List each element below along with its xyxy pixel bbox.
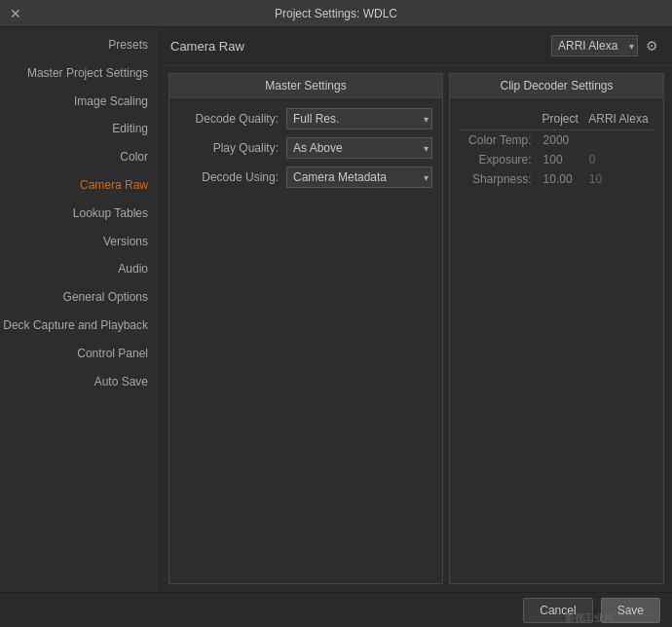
section-title: Camera Raw: [170, 39, 244, 54]
color-temp-camera: [583, 130, 653, 151]
sidebar-item-master-project-settings[interactable]: Master Project Settings: [0, 59, 160, 88]
table-row: Sharpness: 10.00 10: [460, 169, 653, 189]
sidebar-item-editing[interactable]: Editing: [0, 115, 160, 143]
sidebar: Presets Master Project Settings Image Sc…: [0, 27, 161, 592]
clip-decoder-body: Project ARRI Alexa Color Temp: 2000: [450, 98, 663, 199]
play-quality-select-wrapper[interactable]: As Above Full Res. Half Res.: [286, 137, 432, 159]
decode-using-label: Decode Using:: [179, 170, 286, 184]
play-quality-select[interactable]: As Above Full Res. Half Res.: [286, 137, 432, 159]
exposure-label: Exposure:: [460, 150, 538, 169]
col-camera-header: ARRI Alexa: [583, 108, 653, 130]
decode-quality-row: Decode Quality: Full Res. Half Res. Quar…: [179, 108, 432, 129]
col-label-header: [460, 108, 538, 130]
clip-decoder-panel: Clip Decoder Settings Project ARRI Alexa: [449, 73, 664, 584]
sharpness-label: Sharpness:: [460, 169, 538, 189]
sharpness-project: 10.00: [538, 169, 583, 189]
close-button[interactable]: ✕: [10, 6, 21, 21]
decode-using-select-wrapper[interactable]: Camera Metadata Project Custom: [286, 166, 432, 188]
clip-decoder-header: Clip Decoder Settings: [450, 74, 663, 98]
master-settings-panel: Master Settings Decode Quality: Full Res…: [168, 73, 443, 584]
decode-quality-select[interactable]: Full Res. Half Res. Quarter Res.: [286, 108, 432, 129]
camera-select-wrapper[interactable]: ARRI Alexa RED Sony: [551, 35, 638, 56]
camera-dropdown-wrapper: ARRI Alexa RED Sony ⚙: [551, 35, 662, 56]
master-settings-body: Decode Quality: Full Res. Half Res. Quar…: [169, 98, 442, 205]
decode-quality-select-wrapper[interactable]: Full Res. Half Res. Quarter Res.: [286, 108, 432, 129]
exposure-camera: 0: [583, 150, 653, 169]
sidebar-item-presets[interactable]: Presets: [0, 31, 160, 59]
gear-icon[interactable]: ⚙: [642, 38, 662, 54]
main-layout: Presets Master Project Settings Image Sc…: [0, 27, 672, 592]
sidebar-item-versions[interactable]: Versions: [0, 228, 160, 256]
sidebar-item-deck-capture[interactable]: Deck Capture and Playback: [0, 312, 160, 340]
content-header: Camera Raw ARRI Alexa RED Sony ⚙: [161, 27, 672, 65]
sidebar-item-auto-save[interactable]: Auto Save: [0, 368, 160, 396]
table-row: Exposure: 100 0: [460, 150, 653, 169]
sidebar-item-color[interactable]: Color: [0, 143, 160, 171]
content-area: Camera Raw ARRI Alexa RED Sony ⚙ Master …: [161, 27, 672, 592]
decode-using-row: Decode Using: Camera Metadata Project Cu…: [179, 166, 432, 188]
sidebar-item-audio[interactable]: Audio: [0, 255, 160, 283]
color-temp-label: Color Temp:: [460, 130, 538, 151]
master-settings-header: Master Settings: [169, 74, 442, 98]
clip-decoder-table: Project ARRI Alexa Color Temp: 2000: [460, 108, 653, 189]
table-row: Color Temp: 2000: [460, 130, 653, 151]
decode-quality-label: Decode Quality:: [179, 112, 286, 126]
play-quality-label: Play Quality:: [179, 141, 286, 155]
sidebar-item-lookup-tables[interactable]: Lookup Tables: [0, 200, 160, 228]
window-title: Project Settings: WDLC: [275, 7, 397, 20]
exposure-project: 100: [538, 150, 583, 169]
sidebar-item-control-panel[interactable]: Control Panel: [0, 340, 160, 368]
sidebar-item-camera-raw[interactable]: Camera Raw: [0, 171, 160, 200]
play-quality-row: Play Quality: As Above Full Res. Half Re…: [179, 137, 432, 159]
col-project-header: Project: [538, 108, 583, 130]
title-bar: ✕ Project Settings: WDLC: [0, 0, 672, 27]
decode-using-select[interactable]: Camera Metadata Project Custom: [286, 166, 432, 188]
sidebar-item-image-scaling[interactable]: Image Scaling: [0, 88, 160, 116]
color-temp-project: 2000: [538, 130, 583, 151]
settings-container: Master Settings Decode Quality: Full Res…: [161, 65, 672, 592]
sidebar-item-general-options[interactable]: General Options: [0, 283, 160, 312]
camera-dropdown[interactable]: ARRI Alexa RED Sony: [551, 35, 638, 56]
watermark: 影视工业网: [565, 611, 614, 625]
sharpness-camera: 10: [583, 169, 653, 189]
